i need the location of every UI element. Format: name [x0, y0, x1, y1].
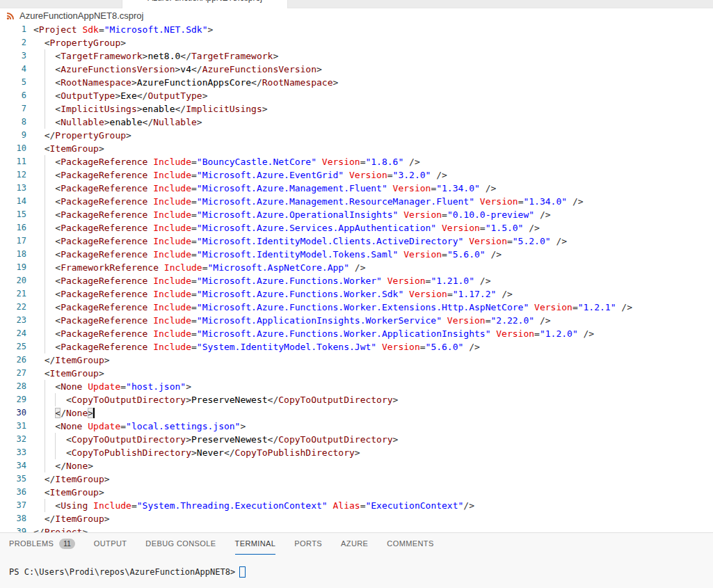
line-number[interactable]: 4 — [0, 63, 26, 76]
code-line[interactable]: 30 </None> — [0, 406, 713, 420]
line-number[interactable]: 11 — [0, 155, 26, 168]
panel-tab-terminal[interactable]: TERMINAL — [235, 533, 276, 555]
code-line[interactable]: 27 <ItemGroup> — [0, 367, 713, 380]
line-number[interactable]: 38 — [0, 512, 26, 525]
line-number[interactable]: 33 — [0, 446, 26, 459]
code-line[interactable]: 32 <CopyToOutputDirectory>PreserveNewest… — [0, 433, 713, 446]
code-line[interactable]: 19 <FrameworkReference Include="Microsof… — [0, 261, 713, 274]
line-number[interactable]: 14 — [0, 195, 26, 208]
code-line[interactable]: 39</Project> — [0, 525, 713, 532]
breadcrumb[interactable]: AzureFunctionAppNET8.csproj — [0, 8, 713, 23]
line-number[interactable]: 20 — [0, 274, 26, 287]
terminal-cursor[interactable] — [239, 566, 246, 578]
panel-tab-problems[interactable]: PROBLEMS11 — [9, 533, 75, 555]
indent-guide — [45, 116, 45, 129]
code-line[interactable]: 15 <PackageReference Include="Microsoft.… — [0, 208, 713, 221]
line-number[interactable]: 12 — [0, 168, 26, 182]
code-line[interactable]: 4 <AzureFunctionsVersion>v4</AzureFuncti… — [0, 63, 713, 76]
line-number[interactable]: 27 — [0, 367, 26, 380]
line-number[interactable]: 6 — [0, 89, 26, 102]
line-number[interactable]: 7 — [0, 102, 26, 116]
code-editor[interactable]: 1<Project Sdk="Microsoft.NET.Sdk">2 <Pro… — [0, 23, 713, 532]
line-number[interactable]: 29 — [0, 393, 26, 406]
code-line[interactable]: 20 <PackageReference Include="Microsoft.… — [0, 274, 713, 287]
line-number[interactable]: 1 — [0, 23, 26, 36]
line-number[interactable]: 28 — [0, 380, 26, 393]
line-number[interactable]: 21 — [0, 287, 26, 301]
code-line[interactable]: 38 </ItemGroup> — [0, 512, 713, 525]
line-number[interactable]: 15 — [0, 208, 26, 221]
line-number[interactable]: 39 — [0, 525, 26, 532]
code-line[interactable]: 28 <None Update="host.json"> — [0, 380, 713, 393]
code-line[interactable]: 11 <PackageReference Include="BouncyCast… — [0, 155, 713, 168]
code-line[interactable]: 13 <PackageReference Include="Microsoft.… — [0, 182, 713, 195]
line-number[interactable]: 34 — [0, 459, 26, 472]
line-number[interactable]: 23 — [0, 314, 26, 327]
code-line[interactable]: 37 <Using Include="System.Threading.Exec… — [0, 499, 713, 512]
code-line[interactable]: 22 <PackageReference Include="Microsoft.… — [0, 301, 713, 314]
line-number[interactable]: 3 — [0, 49, 26, 63]
panel-tab-comments[interactable]: COMMENTS — [387, 533, 433, 555]
indent-guide — [45, 340, 45, 353]
code-line-content: </None> — [26, 459, 713, 472]
code-line[interactable]: 9 </PropertyGroup> — [0, 129, 713, 142]
code-token: < — [55, 276, 61, 286]
code-line[interactable]: 1<Project Sdk="Microsoft.NET.Sdk"> — [0, 23, 713, 36]
code-line[interactable]: 10 <ItemGroup> — [0, 142, 713, 155]
line-number[interactable]: 25 — [0, 340, 26, 353]
code-line[interactable]: 21 <PackageReference Include="Microsoft.… — [0, 287, 713, 301]
code-token: PreserveNewest — [191, 434, 268, 445]
line-number[interactable]: 30 — [0, 406, 26, 420]
code-line[interactable]: 3 <TargetFramework>net8.0</TargetFramewo… — [0, 49, 713, 63]
line-number[interactable]: 5 — [0, 76, 26, 89]
code-line[interactable]: 24 <PackageReference Include="Microsoft.… — [0, 327, 713, 340]
code-line[interactable]: 6 <OutputType>Exe</OutputType> — [0, 89, 713, 102]
indent-guide — [45, 314, 45, 327]
line-number[interactable]: 8 — [0, 116, 26, 129]
code-line[interactable]: 25 <PackageReference Include="System.Ide… — [0, 340, 713, 353]
code-line[interactable]: 34 </None> — [0, 459, 713, 472]
code-line[interactable]: 17 <PackageReference Include="Microsoft.… — [0, 235, 713, 248]
code-line[interactable]: 33 <CopyToPublishDirectory>Never</CopyTo… — [0, 446, 713, 459]
code-token — [578, 328, 584, 339]
code-line[interactable]: 26 </ItemGroup> — [0, 353, 713, 367]
line-number[interactable]: 36 — [0, 486, 26, 499]
code-line[interactable]: 36 <ItemGroup> — [0, 486, 713, 499]
code-line[interactable]: 5 <RootNamespace>AzureFunctionAppsCore</… — [0, 76, 713, 89]
editor-tab-csproj[interactable]: AzureFunctionAppNET8.csproj — [122, 0, 288, 8]
indent-guide — [45, 393, 45, 406]
line-number[interactable]: 26 — [0, 353, 26, 367]
panel-tab-output[interactable]: OUTPUT — [94, 533, 127, 555]
line-number[interactable]: 35 — [0, 472, 26, 486]
code-line[interactable]: 7 <ImplicitUsings>enable</ImplicitUsings… — [0, 102, 713, 116]
code-line[interactable]: 31 <None Update="local.settings.json"> — [0, 420, 713, 433]
line-number[interactable]: 22 — [0, 301, 26, 314]
panel-tab-debug-console[interactable]: DEBUG CONSOLE — [145, 533, 216, 555]
code-token: = — [447, 289, 453, 299]
code-line[interactable]: 29 <CopyToOutputDirectory>PreserveNewest… — [0, 393, 713, 406]
line-number[interactable]: 18 — [0, 248, 26, 261]
line-number[interactable]: 31 — [0, 420, 26, 433]
line-number[interactable]: 37 — [0, 499, 26, 512]
line-number[interactable]: 16 — [0, 221, 26, 235]
code-line[interactable]: 12 <PackageReference Include="Microsoft.… — [0, 168, 713, 182]
code-line[interactable]: 18 <PackageReference Include="Microsoft.… — [0, 248, 713, 261]
line-number[interactable]: 13 — [0, 182, 26, 195]
line-number[interactable]: 9 — [0, 129, 26, 142]
code-line[interactable]: 35 </ItemGroup> — [0, 472, 713, 486]
line-number[interactable]: 17 — [0, 235, 26, 248]
line-number[interactable]: 24 — [0, 327, 26, 340]
terminal[interactable]: PS C:\Users\Prodi\repos\AzureFunctionApp… — [9, 566, 713, 578]
line-number[interactable]: 19 — [0, 261, 26, 274]
panel-tab-ports[interactable]: PORTS — [294, 533, 322, 555]
code-line[interactable]: 16 <PackageReference Include="Microsoft.… — [0, 221, 713, 235]
line-number[interactable]: 32 — [0, 433, 26, 446]
panel-tab-azure[interactable]: AZURE — [341, 533, 368, 555]
code-token: < — [55, 90, 61, 101]
code-line[interactable]: 8 <Nullable>enable</Nullable> — [0, 116, 713, 129]
code-line[interactable]: 2 <PropertyGroup> — [0, 36, 713, 49]
code-line[interactable]: 14 <PackageReference Include="Microsoft.… — [0, 195, 713, 208]
line-number[interactable]: 2 — [0, 36, 26, 49]
code-line[interactable]: 23 <PackageReference Include="Microsoft.… — [0, 314, 713, 327]
line-number[interactable]: 10 — [0, 142, 26, 155]
